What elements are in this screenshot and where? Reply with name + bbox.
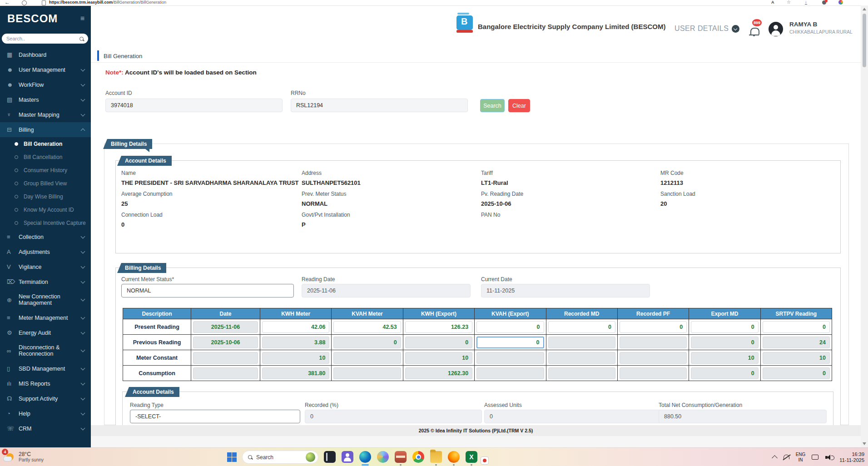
file-explorer-app-icon[interactable]	[430, 451, 442, 466]
sidebar-item-sbd-management[interactable]: ▯SBD Management	[0, 361, 91, 376]
notifications-button[interactable]: 899	[749, 25, 760, 36]
firefox-app-icon[interactable]	[447, 451, 460, 466]
copilot-app-icon[interactable]	[377, 451, 389, 466]
total-net-consumption-generation-input: 880.50	[659, 410, 827, 423]
termination-icon: ⌦	[7, 278, 19, 285]
package-app-icon[interactable]	[394, 451, 407, 466]
language-indicator[interactable]: ENG IN	[796, 452, 806, 463]
reading-cell[interactable]: 0	[476, 337, 544, 348]
reading-cell[interactable]: 0	[763, 321, 830, 333]
account-field-govt-pvt-installation: Govt/Pvt InstallationP	[302, 212, 481, 233]
rrno-input[interactable]: RSL12194	[291, 99, 468, 112]
chevron-down-icon	[81, 67, 85, 71]
user-avatar[interactable]	[769, 22, 783, 36]
chevron-down-icon	[81, 348, 85, 352]
user-details-dropdown[interactable]: USER DETAILS	[675, 25, 739, 33]
hamburger-menu-icon[interactable]: ≡	[80, 15, 84, 23]
browser-profile-icon[interactable]	[822, 0, 826, 5]
sidebar-item-adjustments[interactable]: AAdjustments	[0, 244, 91, 259]
sidebar-subitem-bill-cancellation[interactable]: Bill Cancellation	[0, 150, 91, 164]
scroll-down-arrow[interactable]	[863, 442, 866, 445]
reading-type-select[interactable]: -SELECT-	[130, 410, 300, 423]
reading-cell[interactable]: 0	[548, 321, 615, 333]
reading-date-label: Reading Date	[302, 276, 335, 283]
sidebar-subitem-consumer-history[interactable]: Consumer History	[0, 164, 91, 177]
reader-icon[interactable]: A	[771, 0, 774, 5]
sidebar-subitem-know-my-account-id[interactable]: Know My Account ID	[0, 203, 91, 216]
sidebar-item-dashboard[interactable]: ▦Dashboard	[0, 47, 91, 62]
browser-reload-icon[interactable]	[22, 0, 27, 5]
tray-chevron-up-icon[interactable]	[772, 455, 778, 461]
start-button[interactable]	[227, 452, 237, 462]
sidebar-item-support-activity[interactable]: ☊Support Activity	[0, 391, 91, 406]
company-name: Bangalore Electricity Supply Company Lim…	[478, 23, 665, 30]
taskbar-clock[interactable]: 16:39 11-11-2025	[839, 451, 864, 463]
sidebar-item-termination[interactable]: ⌦Termination	[0, 274, 91, 289]
total-net-consumption-generation-label: Total Net Consumption/Generation	[659, 402, 742, 408]
sidebar-item-billing[interactable]: ⊟Billing	[0, 122, 91, 137]
taskbar-weather-widget[interactable]: 4 28°C Partly sunny	[3, 450, 44, 463]
edge-app-icon[interactable]	[359, 451, 372, 466]
browser-avatar[interactable]	[838, 0, 843, 5]
sidebar-item-mis-reports[interactable]: ılıMIS Reports	[0, 376, 91, 391]
sidebar-item-energy-audit[interactable]: ⚙Energy Audit	[0, 325, 91, 340]
field-label: Govt/Pvt Installation	[302, 212, 481, 218]
search-highlight-icon	[306, 452, 315, 462]
sidebar-item-help[interactable]: ◔Help	[0, 406, 91, 421]
account-id-input[interactable]: 3974018	[105, 99, 283, 112]
sidebar-search-input[interactable]: Search..	[2, 34, 88, 44]
browser-back-icon[interactable]: ←	[5, 0, 10, 5]
chevron-down-icon	[81, 297, 85, 302]
scroll-up-arrow[interactable]	[863, 8, 866, 10]
page-scrollbar[interactable]	[861, 5, 868, 447]
reading-type-label: Reading Type	[130, 402, 164, 408]
chrome-app-icon[interactable]	[412, 451, 425, 466]
notifications-muted-icon[interactable]	[783, 454, 790, 461]
excel-app-icon[interactable]: X	[465, 451, 478, 466]
sidebar-item-vigilance[interactable]: VVigilance	[0, 259, 91, 274]
column-header-recorded-pf: Recorded PF	[617, 308, 689, 319]
sidebar-item-disconnection-reconnection[interactable]: ∞Disconnection & Reconnection	[0, 340, 91, 361]
sidebar-item-masters[interactable]: ▤Masters	[0, 92, 91, 107]
people-app-icon[interactable]	[341, 451, 354, 466]
sidebar-item-workflow[interactable]: ☻WorkFlow	[0, 77, 91, 92]
rrno-label: RRNo	[291, 90, 306, 96]
notepad-app-icon[interactable]	[323, 451, 336, 466]
sidebar-item-collection[interactable]: ≡Collection	[0, 229, 91, 244]
search-icon[interactable]	[79, 37, 84, 41]
sidebar-subitem-day-wise-billing[interactable]: Day Wise Billing	[0, 190, 91, 203]
reading-cell[interactable]: 126.23	[405, 321, 472, 333]
taskbar-search[interactable]: Search	[242, 451, 318, 464]
clear-button[interactable]: Clear	[508, 99, 530, 112]
downloads-icon[interactable]: ↓	[805, 0, 807, 5]
sidebar-item-label: MIS Reports	[19, 381, 81, 387]
sidebar-subitem-label: Bill Cancellation	[24, 154, 62, 160]
sidebar-item-master-mapping[interactable]: ♆Master Mapping	[0, 107, 91, 122]
address-bar[interactable]: https://bescom.trm.ieasybill.com/BillGen…	[49, 0, 166, 5]
scrollbar-thumb[interactable]	[863, 14, 866, 67]
sidebar-item-meter-management[interactable]: ≡Meter Management	[0, 310, 91, 325]
network-icon[interactable]	[811, 454, 819, 461]
reading-cell: 0	[691, 337, 758, 348]
sidebar-item-label: SBD Management	[19, 366, 81, 372]
sidebar-item-crm[interactable]: ☏CRM	[0, 421, 91, 436]
reading-cell[interactable]: 42.53	[333, 321, 401, 333]
reading-cell[interactable]: 42.06	[262, 321, 329, 333]
search-button[interactable]: Search	[480, 99, 505, 112]
reading-cell[interactable]: 0	[620, 321, 687, 333]
overflow-app-icon[interactable]	[480, 456, 488, 466]
reading-cell[interactable]: 0	[691, 321, 758, 333]
page-security-icon[interactable]	[42, 0, 46, 5]
reading-cell[interactable]: 0	[476, 321, 544, 333]
sidebar-subitem-group-billed-view[interactable]: Group Billed View	[0, 177, 91, 190]
sidebar-item-new-connection-management[interactable]: ⊕New Connection Management	[0, 289, 91, 310]
footer-text: 2025 © Idea Infinity IT Solutions (P)Ltd…	[419, 428, 533, 433]
reading-cell: 0	[333, 337, 401, 348]
sidebar-item-user-management[interactable]: ☻User Management	[0, 62, 91, 77]
current-meter-status-select[interactable]: NORMAL	[121, 284, 294, 297]
sidebar-subitem-bill-generation[interactable]: Bill Generation	[0, 137, 91, 150]
account-field-prev-meter-status: Prev. Meter StatusNORMAL	[302, 191, 481, 212]
volume-icon[interactable]	[825, 454, 833, 461]
sidebar-subitem-special-incentive-capture[interactable]: Special Incentive Capture	[0, 216, 91, 229]
bookmark-star-icon[interactable]: ☆	[787, 0, 791, 5]
